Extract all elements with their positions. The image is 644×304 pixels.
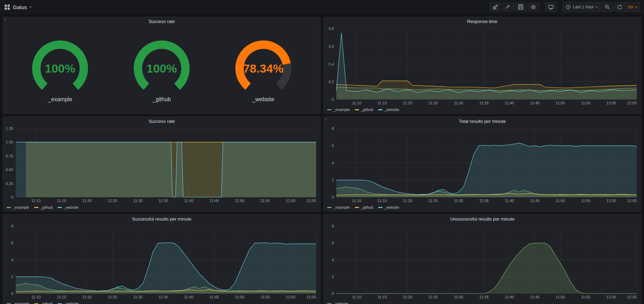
time-range-caret-icon: ▾ [596, 6, 598, 9]
dashboard-dropdown-caret-icon[interactable]: ▾ [30, 6, 31, 9]
svg-text:11:55: 11:55 [581, 295, 591, 299]
panel-title[interactable]: Successful results per minute [3, 215, 320, 223]
svg-text:11:15: 11:15 [378, 199, 387, 203]
svg-text:11:10: 11:10 [352, 295, 361, 299]
panel-title[interactable]: Total results per minute [324, 117, 641, 126]
add-panel-icon [493, 4, 498, 10]
legend-item-_github[interactable]: _github [355, 107, 373, 112]
share-dashboard-button[interactable] [503, 2, 514, 12]
svg-text:11:30: 11:30 [133, 199, 142, 203]
svg-text:11:30: 11:30 [454, 101, 463, 105]
legend-item-_example[interactable]: _example [7, 205, 29, 209]
legend-item-_github[interactable]: _github [34, 205, 53, 209]
refresh-interval-button[interactable]: 1m ▾ [625, 2, 640, 12]
dashboard-title[interactable]: Gatus [13, 4, 27, 10]
legend-label: _website [384, 107, 399, 112]
legend-marker [327, 109, 331, 110]
svg-text:12:00: 12:00 [606, 199, 616, 203]
svg-text:11:55: 11:55 [261, 199, 270, 203]
legend-label: _example [13, 205, 29, 209]
panel-title[interactable]: Success rate [3, 117, 320, 126]
svg-text:0: 0 [332, 291, 334, 296]
panel-info-icon[interactable]: i [5, 17, 6, 21]
svg-text:11:30: 11:30 [133, 295, 142, 299]
svg-text:2: 2 [11, 275, 13, 279]
zoom-out-button[interactable] [602, 2, 613, 12]
svg-text:12:05: 12:05 [306, 199, 316, 203]
legend-item-_website[interactable]: _website [327, 302, 348, 304]
panel-info-icon[interactable]: i [325, 117, 327, 121]
svg-text:12:05: 12:05 [627, 295, 637, 299]
legend-item-_github[interactable]: _github [355, 205, 373, 209]
legend-item-_website[interactable]: _website [58, 205, 79, 209]
svg-text:11:25: 11:25 [429, 199, 438, 203]
nav-right: Last 1 hour ▾ 1m ▾ [490, 2, 640, 12]
svg-text:6: 6 [332, 241, 334, 245]
dashboards-grid-icon[interactable] [4, 4, 10, 10]
legend-item-_website[interactable]: _website [378, 205, 399, 209]
panel-title[interactable]: Success rate [3, 17, 320, 26]
successful-results-chart[interactable]: 0246811:1011:1511:2011:2511:3011:3511:40… [3, 223, 320, 300]
save-dashboard-button[interactable] [515, 2, 526, 12]
legend-item-_website[interactable]: _website [378, 107, 399, 112]
panel-success-rate-graph: Success rate 00.250.500.751.001.2511:101… [3, 117, 321, 212]
total-results-chart[interactable]: 0246811:1011:1511:2011:2511:3011:3511:40… [324, 126, 641, 203]
legend-marker [355, 207, 359, 208]
svg-text:11:40: 11:40 [505, 295, 514, 299]
svg-text:0.50: 0.50 [6, 168, 13, 172]
time-range-button[interactable]: Last 1 hour ▾ [563, 2, 600, 12]
svg-text:11:45: 11:45 [530, 101, 540, 105]
svg-text:11:10: 11:10 [31, 295, 41, 299]
svg-text:4: 4 [332, 161, 334, 165]
gauges-container: 100%_example100%_github78.34%_website [3, 26, 320, 113]
legend-label: _github [40, 205, 53, 209]
response-time-chart[interactable]: 00.20.40.60.811:1011:1511:2011:2511:3011… [324, 26, 641, 106]
svg-text:2: 2 [332, 178, 334, 182]
tv-icon [548, 4, 554, 10]
gauge-_github: 100%_github [120, 37, 204, 103]
chart-svg: 00.250.500.751.001.2511:1011:1511:2011:2… [3, 126, 320, 203]
success-rate-chart[interactable]: 00.250.500.751.001.2511:1011:1511:2011:2… [3, 126, 320, 203]
svg-text:11:45: 11:45 [210, 295, 219, 299]
svg-text:11:20: 11:20 [403, 199, 412, 203]
svg-text:11:35: 11:35 [159, 295, 168, 299]
svg-text:11:30: 11:30 [454, 199, 463, 203]
add-panel-button[interactable] [490, 2, 501, 12]
svg-text:2: 2 [332, 275, 334, 279]
gauge-value: 100% [147, 62, 177, 75]
svg-text:0.2: 0.2 [329, 80, 334, 84]
svg-text:11:15: 11:15 [57, 295, 66, 299]
svg-text:11:55: 11:55 [261, 295, 270, 299]
svg-text:12:05: 12:05 [627, 101, 637, 105]
cycle-view-mode-button[interactable] [545, 2, 557, 12]
svg-text:12:05: 12:05 [627, 199, 637, 203]
dashboard-settings-button[interactable] [528, 2, 539, 12]
refresh-icon [617, 5, 622, 10]
legend-item-_website[interactable]: _website [58, 302, 79, 304]
legend-item-_example[interactable]: _example [327, 205, 350, 209]
panel-title[interactable]: Unsuccessful results per minute [324, 215, 641, 223]
panel-total-results: i Total results per minute 0246811:1011:… [323, 117, 641, 212]
legend-item-_github[interactable]: _github [34, 302, 53, 304]
svg-text:11:45: 11:45 [530, 199, 540, 203]
zoom-out-icon [605, 4, 610, 10]
gauge-arc: 78.34% [221, 37, 305, 96]
svg-text:11:20: 11:20 [403, 101, 412, 105]
svg-text:0: 0 [332, 195, 334, 199]
legend-item-_example[interactable]: _example [327, 107, 350, 112]
svg-text:11:50: 11:50 [556, 101, 565, 105]
svg-text:4: 4 [332, 258, 334, 262]
svg-text:11:40: 11:40 [184, 295, 193, 299]
svg-text:11:55: 11:55 [581, 101, 591, 105]
legend-item-_example[interactable]: _example [7, 302, 29, 304]
panel-title[interactable]: Response time [324, 17, 641, 26]
svg-text:11:35: 11:35 [159, 199, 168, 203]
refresh-button[interactable] [614, 2, 625, 12]
svg-text:11:40: 11:40 [505, 199, 514, 203]
response-time-legend: _example_github_website [324, 106, 641, 113]
legend-marker [327, 207, 331, 208]
svg-text:11:45: 11:45 [210, 199, 219, 203]
unsuccessful-results-chart[interactable]: 0246811:1011:1511:2011:2511:3011:3511:40… [324, 223, 641, 300]
gauge-arc: 100% [18, 37, 102, 96]
svg-text:1.00: 1.00 [6, 140, 13, 144]
